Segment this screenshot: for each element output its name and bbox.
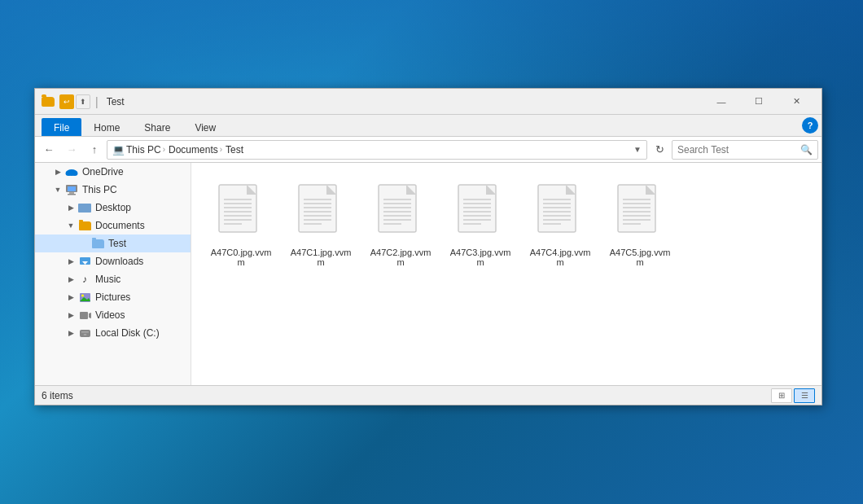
- tab-home[interactable]: Home: [81, 118, 132, 136]
- svg-point-10: [81, 294, 84, 296]
- tab-file[interactable]: File: [42, 118, 81, 136]
- svg-rect-16: [81, 331, 89, 333]
- address-dropdown-icon[interactable]: ▼: [633, 145, 642, 154]
- title-bar: ↩ ⬆ | Test — ☐ ✕: [35, 89, 821, 115]
- tab-share[interactable]: Share: [132, 118, 182, 136]
- file-name: A47C1.jpg.vvmm: [287, 248, 354, 267]
- maximize-button[interactable]: ☐: [740, 89, 778, 115]
- downloads-icon: [77, 254, 92, 269]
- svg-point-1: [66, 171, 72, 176]
- sidebar: ▶ OneDrive ▼ This PC ▶ Desktop: [35, 163, 191, 385]
- tab-view[interactable]: View: [182, 118, 228, 136]
- search-input[interactable]: [677, 144, 800, 156]
- sidebar-item-pictures[interactable]: ▶ Pictures: [35, 288, 191, 306]
- svg-point-15: [83, 334, 86, 335]
- window-controls: — ☐ ✕: [703, 89, 815, 115]
- sidebar-item-videos[interactable]: ▶ Videos: [35, 306, 191, 324]
- title-bar-separator: |: [95, 95, 99, 108]
- expand-icon-test: [77, 237, 90, 250]
- minimize-button[interactable]: —: [703, 89, 740, 115]
- expand-icon-localdisk: ▶: [64, 327, 77, 340]
- pictures-icon: [77, 290, 92, 305]
- expand-icon-videos: ▶: [64, 309, 77, 322]
- file-explorer-window: ↩ ⬆ | Test — ☐ ✕ File Home Share View ? …: [34, 88, 822, 405]
- pc-icon: 💻: [112, 144, 125, 156]
- sidebar-label-videos: Videos: [95, 309, 125, 321]
- expand-icon-desktop: ▶: [64, 201, 77, 214]
- sidebar-item-test[interactable]: Test: [35, 234, 191, 252]
- svg-rect-6: [68, 194, 76, 195]
- file-name: A47C2.jpg.vvmm: [367, 248, 434, 267]
- onedrive-icon: [64, 164, 79, 179]
- file-icon: [295, 181, 347, 246]
- up-button[interactable]: ↑: [84, 139, 105, 160]
- sidebar-item-thispc[interactable]: ▼ This PC: [35, 181, 191, 199]
- sidebar-label-downloads: Downloads: [95, 256, 143, 267]
- sidebar-label-music: Music: [95, 274, 120, 285]
- view-large-icons-button[interactable]: ☰: [794, 388, 815, 403]
- file-item[interactable]: A47C0.jpg.vvmm: [204, 176, 278, 272]
- svg-rect-14: [80, 330, 90, 337]
- file-item[interactable]: A47C4.jpg.vvmm: [523, 176, 597, 272]
- view-details-button[interactable]: ⊞: [771, 388, 792, 403]
- search-box[interactable]: 🔍: [672, 140, 818, 160]
- sidebar-label-documents: Documents: [95, 220, 145, 231]
- refresh-button[interactable]: ↻: [649, 139, 670, 160]
- sidebar-item-localdisk[interactable]: ▶ Local Disk (C:): [35, 324, 191, 342]
- address-segment-documents: Documents ›: [169, 144, 222, 156]
- status-item-count: 6 items: [42, 390, 73, 401]
- desktop-icon: [77, 200, 92, 215]
- file-name: A47C0.jpg.vvmm: [208, 248, 274, 267]
- sidebar-label-thispc: This PC: [82, 184, 117, 195]
- sidebar-item-desktop[interactable]: ▶ Desktop: [35, 199, 191, 217]
- search-icon[interactable]: 🔍: [800, 144, 813, 156]
- sidebar-item-music[interactable]: ▶ ♪ Music: [35, 270, 191, 288]
- sidebar-item-documents[interactable]: ▼ Documents: [35, 217, 191, 234]
- file-item[interactable]: A47C2.jpg.vvmm: [364, 176, 437, 272]
- svg-rect-4: [68, 186, 76, 191]
- ribbon: File Home Share View ?: [35, 115, 821, 137]
- close-button[interactable]: ✕: [778, 89, 815, 115]
- expand-icon-thispc: ▼: [51, 183, 64, 196]
- sidebar-item-onedrive[interactable]: ▶ OneDrive: [35, 163, 191, 181]
- address-bar[interactable]: 💻 This PC › Documents › Test ▼: [107, 140, 647, 160]
- file-item[interactable]: A47C5.jpg.vvmm: [603, 176, 677, 272]
- file-icon: [375, 181, 427, 246]
- back-button[interactable]: ←: [38, 139, 59, 160]
- address-sep-2: ›: [220, 145, 222, 154]
- sidebar-item-downloads[interactable]: ▶ Downloads: [35, 252, 191, 270]
- window-folder-icon: [42, 95, 55, 108]
- forward-button[interactable]: →: [61, 139, 82, 160]
- file-icon: [534, 181, 586, 246]
- expand-icon-pictures: ▶: [64, 291, 77, 304]
- sidebar-label-localdisk: Local Disk (C:): [95, 327, 160, 339]
- file-icon: [614, 181, 666, 246]
- file-item[interactable]: A47C3.jpg.vvmm: [444, 176, 517, 272]
- test-folder-icon: [90, 236, 105, 251]
- svg-marker-13: [89, 313, 91, 318]
- sidebar-label-desktop: Desktop: [95, 202, 131, 213]
- svg-rect-12: [80, 312, 88, 319]
- svg-point-2: [72, 171, 78, 176]
- sidebar-label-pictures: Pictures: [95, 291, 130, 303]
- videos-icon: [77, 308, 92, 322]
- expand-icon-downloads: ▶: [64, 255, 77, 268]
- quick-access-toolbar: ↩ ⬆ |: [42, 94, 102, 109]
- address-sep-1: ›: [163, 145, 165, 154]
- view-buttons: ⊞ ☰: [771, 388, 815, 403]
- status-bar: 6 items ⊞ ☰: [35, 385, 821, 405]
- file-name: A47C5.jpg.vvmm: [607, 248, 673, 267]
- ribbon-tab-bar: File Home Share View ?: [35, 115, 821, 136]
- sidebar-label-onedrive: OneDrive: [82, 166, 124, 177]
- expand-icon-documents: ▼: [64, 219, 77, 232]
- quick-access-properties[interactable]: ⬆: [76, 94, 90, 109]
- file-name: A47C4.jpg.vvmm: [527, 248, 594, 267]
- main-area: ▶ OneDrive ▼ This PC ▶ Desktop: [35, 163, 821, 385]
- documents-icon: [77, 218, 92, 233]
- address-bar-row: ← → ↑ 💻 This PC › Documents › Test ▼ ↻ 🔍: [35, 137, 821, 163]
- help-button[interactable]: ?: [802, 117, 818, 134]
- quick-access-undo[interactable]: ↩: [59, 94, 74, 109]
- music-icon: ♪: [77, 272, 92, 287]
- expand-icon: ▶: [51, 165, 64, 178]
- file-item[interactable]: A47C1.jpg.vvmm: [284, 176, 357, 272]
